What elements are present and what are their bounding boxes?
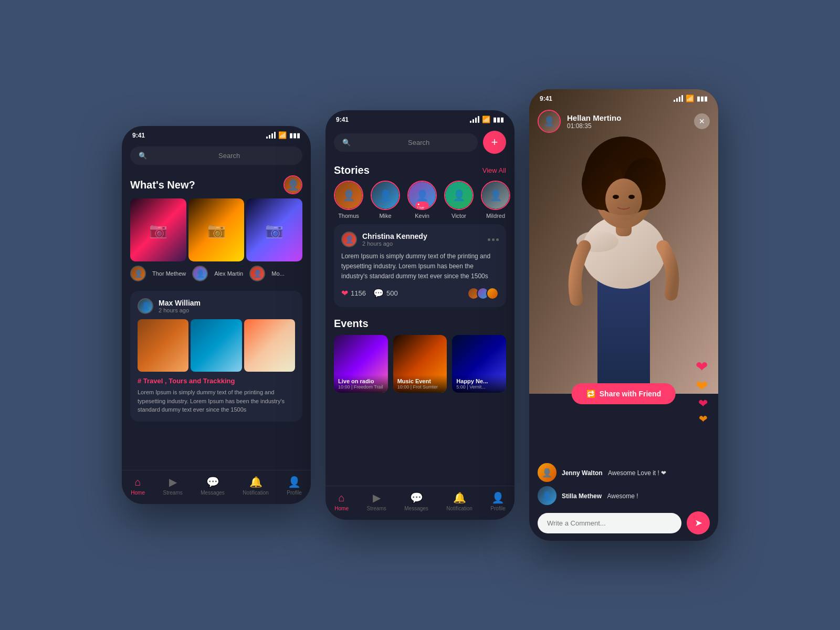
event-card-3[interactable]: Happy Ne... 5:00 | Vernit... <box>452 335 506 393</box>
event-sub-3: 5:00 | Vernit... <box>456 384 502 390</box>
story-avatar-mildred: 👤 <box>481 181 510 210</box>
share-with-friend-button[interactable]: 🔁 Share with Friend <box>572 383 676 404</box>
battery-icon: ▮▮▮ <box>289 132 300 139</box>
post-actions: ❤ 1156 💬 500 <box>341 287 499 300</box>
home-icon-1: ⌂ <box>135 476 141 488</box>
heart-float-4: ❤ <box>699 413 708 425</box>
live-avatar-inner: 👤 <box>539 111 560 132</box>
story-mildred[interactable]: 👤 Mildred <box>481 181 510 219</box>
story-kevin[interactable]: 👤 ● Live Kevin <box>407 181 437 219</box>
story-avatar-victor: 👤 <box>444 181 474 210</box>
comment-count: 500 <box>386 289 398 297</box>
profile-icon-2: 👤 <box>491 491 505 504</box>
nav-home-2[interactable]: ⌂ Home <box>334 492 349 511</box>
event-sub-1: 10:00 | Freedom Trail <box>338 384 384 390</box>
events-title: Events <box>334 318 506 330</box>
events-row: Live on radio 10:00 | Freedom Trail Musi… <box>334 335 506 393</box>
search-bar-1[interactable]: 🔍 Search <box>130 146 302 165</box>
heart-icon: ❤ <box>341 288 348 298</box>
story-victor[interactable]: 👤 Victor <box>444 181 474 219</box>
comment-button[interactable]: 💬 500 <box>373 288 398 298</box>
user-name-alex: Alex Martin <box>214 270 243 277</box>
nav-streams-2[interactable]: ▶ Streams <box>366 491 386 511</box>
story-name-victor: Victor <box>452 213 466 219</box>
live-user-avatar: 👤 <box>538 110 561 133</box>
story-mike[interactable]: 👤 Mike <box>371 181 400 219</box>
comment-avatar-2: 👤 <box>538 486 556 505</box>
stories-title: Stories <box>334 164 370 176</box>
nav-notification-2[interactable]: 🔔 Notification <box>446 491 472 511</box>
post-img-3 <box>244 319 295 372</box>
live-badge: ● Live <box>415 202 429 210</box>
story-name-kevin: Kevin <box>415 213 429 219</box>
svg-point-11 <box>628 195 635 199</box>
svg-point-9 <box>605 178 642 220</box>
svg-point-10 <box>613 195 619 199</box>
comment-user-1: Jenny Walton <box>562 469 603 477</box>
like-count: 1156 <box>351 289 366 297</box>
share-icon: 🔁 <box>586 390 595 398</box>
comment-user-2: Stilla Methew <box>562 492 602 500</box>
signal-icon <box>266 132 276 139</box>
status-bar-1: 9:41 📶 ▮▮▮ <box>122 126 311 142</box>
event-info-2: Music Event 10:00 | Frot Sumter <box>393 375 447 393</box>
post-user-name-2: Christina Kennedy <box>362 232 482 240</box>
signal-icon-2 <box>470 116 479 123</box>
photo-item-2[interactable]: 📷 <box>188 198 245 261</box>
phone-3: 9:41 📶 ▮▮▮ 👤 Hellan Mertino 01:08:35 <box>529 89 718 541</box>
event-card-2[interactable]: Music Event 10:00 | Frot Sumter <box>393 335 447 393</box>
story-thomus[interactable]: 👤 Thomus <box>334 181 363 219</box>
post-user-time: 2 hours ago <box>159 307 201 313</box>
nav-label-home-1: Home <box>131 490 145 496</box>
status-icons-1: 📶 ▮▮▮ <box>266 131 300 139</box>
nav-messages-2[interactable]: 💬 Messages <box>404 491 428 511</box>
search-bar-2[interactable]: 🔍 Search <box>334 133 478 152</box>
post-img-1 <box>138 319 188 372</box>
heart-float-3: ❤ <box>698 397 708 411</box>
whats-new-title: What's New? <box>130 179 195 191</box>
reaction-avatars <box>470 287 499 300</box>
wifi-icon: 📶 <box>278 131 287 139</box>
post-text-2: Lorem Ipsum is simply dummy text of the … <box>341 251 499 282</box>
user-name-thor: Thor Methew <box>152 270 186 277</box>
story-avatar-kevin: 👤 ● Live <box>407 181 437 210</box>
nav-profile-2[interactable]: 👤 Profile <box>490 491 505 511</box>
events-section: Events Live on radio 10:00 | Freedom Tra… <box>326 312 514 393</box>
bottom-nav-2: ⌂ Home ▶ Streams 💬 Messages 🔔 Notificati… <box>326 486 514 520</box>
nav-label-profile-2: Profile <box>490 506 505 511</box>
live-user-details: Hellan Mertino 01:08:35 <box>567 113 621 130</box>
nav-notification-1[interactable]: 🔔 Notification <box>243 476 268 496</box>
post-text: Lorem Ipsum is simply dummy text of the … <box>138 388 295 414</box>
photo-item-3[interactable]: 📷 <box>246 198 302 261</box>
heart-float-1: ❤ <box>696 358 708 375</box>
event-card-1[interactable]: Live on radio 10:00 | Freedom Trail <box>334 335 388 393</box>
nav-profile-1[interactable]: 👤 Profile <box>287 476 301 496</box>
post-user-name: Max William <box>159 299 201 307</box>
nav-messages-1[interactable]: 💬 Messages <box>201 476 225 496</box>
phone-1: 9:41 📶 ▮▮▮ 🔍 Search What's New? 👤 <box>122 126 311 504</box>
post-options[interactable] <box>488 238 499 241</box>
wifi-icon-3: 📶 <box>686 94 694 102</box>
story-name-thomus: Thomus <box>338 213 359 219</box>
battery-icon-2: ▮▮▮ <box>493 116 504 123</box>
nav-streams-1[interactable]: ▶ Streams <box>163 476 182 496</box>
profile-icon-1: 👤 <box>288 476 301 488</box>
story-avatar-thomus: 👤 <box>334 181 363 210</box>
add-button[interactable]: + <box>483 131 506 154</box>
battery-icon-3: ▮▮▮ <box>697 95 708 102</box>
event-title-3: Happy Ne... <box>456 378 502 384</box>
notification-icon-2: 🔔 <box>453 491 466 504</box>
nav-home-1[interactable]: ⌂ Home <box>131 476 145 496</box>
header-avatar[interactable]: 👤 <box>284 175 302 194</box>
view-all-button[interactable]: View All <box>482 166 506 174</box>
close-button[interactable]: ✕ <box>694 113 710 129</box>
story-name-mike: Mike <box>379 213 391 219</box>
user-name-mo: Mo... <box>271 270 284 277</box>
comment-input[interactable] <box>538 513 681 533</box>
like-button[interactable]: ❤ 1156 <box>341 288 366 298</box>
send-button[interactable]: ➤ <box>687 511 710 534</box>
photo-grid: 📷 📷 📷 <box>122 198 311 261</box>
comment-input-row: ➤ <box>538 511 710 534</box>
photo-item-1[interactable]: 📷 <box>130 198 186 261</box>
nav-label-notification-1: Notification <box>243 490 268 496</box>
